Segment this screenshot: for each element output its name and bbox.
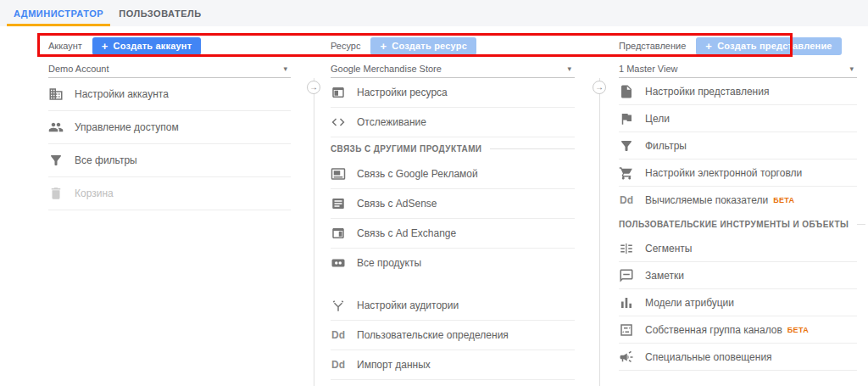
account-selector[interactable]: Demo Account ▾ (48, 59, 291, 78)
menu-item[interactable]: Модели атрибуции (619, 289, 857, 316)
menu-item-label: Фильтры (645, 140, 687, 152)
menu-item[interactable]: Фильтры (619, 132, 857, 159)
menu-item[interactable]: Сегменты (619, 235, 857, 262)
menu-item[interactable]: Цели (619, 105, 857, 132)
create-account-button-label: Создать аккаунт (114, 41, 192, 51)
property-column-header: Ресурс + Создать ресурс (331, 36, 575, 56)
account-column-header: Аккаунт + Создать аккаунт (48, 36, 291, 56)
menu-item-label: Заметки (645, 270, 684, 282)
beta-badge: БЕТА (787, 326, 809, 334)
menu-item[interactable]: Настройки ресурса (331, 78, 575, 108)
menu-item-label: Корзина (75, 187, 114, 199)
tab-user[interactable]: ПОЛЬЗОВАТЕЛЬ (110, 0, 210, 26)
menu-item-label: Все продукты (357, 257, 421, 269)
menu-item[interactable]: Настройки аккаунта (48, 78, 291, 111)
dd-icon: Dd (619, 194, 634, 206)
property-menu-list: Настройки ресурсаОтслеживаниеСВЯЗЬ С ДРУ… (331, 78, 575, 380)
menu-item[interactable]: Заметки (619, 262, 857, 289)
menu-item-label: Связь с AdSense (357, 198, 437, 210)
dd-icon: Dd (331, 329, 346, 341)
section-divider-line (490, 148, 575, 149)
list-spacer (331, 277, 575, 291)
account-selector-value: Demo Account (48, 64, 109, 74)
menu-item[interactable]: Корзина (48, 177, 291, 210)
ad-exchange-icon (331, 226, 346, 241)
collapse-column-button[interactable]: → (593, 81, 606, 94)
channel-group-icon (619, 322, 634, 338)
view-menu-list: Настройки представленияЦелиФильтрыНастро… (619, 78, 857, 371)
plus-icon: + (380, 41, 387, 52)
dd-icon: Dd (331, 359, 346, 371)
audience-icon (331, 298, 346, 313)
tab-bar: АДМИНИСТРАТОР ПОЛЬЗОВАТЕЛЬ (0, 0, 868, 26)
megaphone-icon (619, 350, 634, 365)
menu-item-label: Пользовательские определения (357, 329, 509, 341)
section-header: СВЯЗЬ С ДРУГИМИ ПРОДУКТАМИ (331, 137, 575, 159)
create-property-button[interactable]: + Создать ресурс (370, 37, 476, 55)
menu-item-label: Вычисляемые показатели (645, 194, 768, 206)
account-column: Аккаунт + Создать аккаунт Demo Account ▾… (48, 36, 291, 210)
filter-icon (48, 153, 64, 168)
account-menu-list: Настройки аккаунтаУправление доступомВсе… (48, 78, 291, 210)
create-account-button[interactable]: + Создать аккаунт (92, 37, 201, 55)
view-column: Представление + Создать представление 1 … (619, 36, 857, 371)
people-icon (48, 120, 64, 135)
section-divider-line (857, 224, 865, 225)
property-column: Ресурс + Создать ресурс Google Merchandi… (331, 36, 575, 380)
menu-item-label: Собственная группа каналов (645, 324, 782, 336)
menu-item-label: Связь с Ad Exchange (357, 227, 456, 239)
menu-item[interactable]: Все фильтры (48, 144, 291, 177)
view-selector[interactable]: 1 Master View ▾ (619, 59, 857, 78)
trash-icon (48, 186, 64, 201)
beta-badge: БЕТА (773, 196, 794, 204)
property-window-icon (331, 85, 346, 100)
menu-item[interactable]: Настройки представления (619, 78, 857, 105)
section-header-label: СВЯЗЬ С ДРУГИМИ ПРОДУКТАМИ (331, 144, 481, 154)
menu-item[interactable]: DdВычисляемые показателиБЕТА (619, 187, 857, 213)
create-view-button[interactable]: + Создать представление (696, 37, 841, 55)
all-products-icon (331, 255, 346, 271)
google-ads-icon (331, 166, 346, 182)
attribution-icon (619, 295, 634, 310)
menu-item-label: Связь с Google Рекламой (357, 168, 478, 180)
chevron-down-icon: ▾ (567, 64, 575, 73)
menu-item-label: Цели (645, 113, 670, 125)
menu-item[interactable]: Настройки электронной торговли (619, 159, 857, 187)
menu-item[interactable]: Отслеживание (331, 108, 575, 137)
menu-item-label: Настройки электронной торговли (645, 167, 802, 179)
menu-item-label: Управление доступом (75, 121, 179, 133)
view-entity-label: Представление (619, 41, 686, 51)
menu-item[interactable]: DdПользовательские определения (331, 321, 575, 350)
menu-item-label: Отслеживание (357, 116, 426, 128)
menu-item[interactable]: Управление доступом (48, 111, 291, 144)
property-selector[interactable]: Google Merchandise Store ▾ (331, 59, 575, 78)
property-selector-value: Google Merchandise Store (331, 64, 442, 74)
active-tab-underline (7, 24, 110, 26)
menu-item[interactable]: Все продукты (331, 249, 575, 277)
menu-item-label: Модели атрибуции (645, 297, 734, 309)
menu-item[interactable]: Связь с Ad Exchange (331, 219, 575, 249)
flag-icon (619, 111, 634, 126)
menu-item[interactable]: DdИмпорт данных (331, 350, 575, 380)
menu-item[interactable]: Собственная группа каналовБЕТА (619, 316, 857, 344)
menu-item[interactable]: Связь с Google Рекламой (331, 159, 575, 189)
plus-icon: + (705, 41, 712, 52)
create-view-button-label: Создать представление (717, 41, 832, 51)
view-selector-value: 1 Master View (619, 64, 678, 74)
cart-icon (619, 165, 634, 181)
code-icon (331, 115, 346, 130)
menu-item-label: Настройки аккаунта (75, 88, 169, 100)
filter-icon (619, 138, 634, 154)
menu-item[interactable]: Связь с AdSense (331, 189, 575, 219)
adsense-icon (331, 196, 346, 211)
tab-administrator[interactable]: АДМИНИСТРАТОР (7, 0, 110, 26)
column-divider (314, 78, 314, 386)
section-header: ПОЛЬЗОВАТЕЛЬСКИЕ ИНСТРУМЕНТЫ И ОБЪЕКТЫ (619, 213, 857, 235)
menu-item-label: Импорт данных (357, 359, 431, 371)
create-property-button-label: Создать ресурс (392, 41, 467, 51)
collapse-column-button[interactable]: → (307, 81, 320, 94)
menu-item[interactable]: Специальные оповещения (619, 344, 857, 371)
building-icon (48, 87, 64, 102)
chevron-down-icon: ▾ (283, 64, 291, 73)
menu-item[interactable]: Настройки аудитории (331, 291, 575, 321)
